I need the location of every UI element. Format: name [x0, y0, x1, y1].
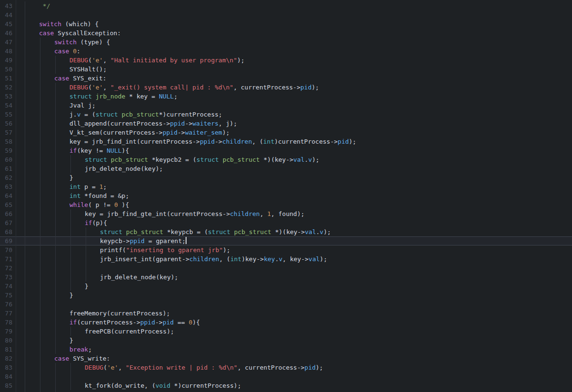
code-line[interactable]: 58key = jrb_find_int(currentProcess->ppi… [0, 137, 572, 146]
line-number[interactable]: 69 [0, 236, 12, 245]
line-number[interactable]: 46 [0, 29, 12, 38]
code-line[interactable]: 71jrb_insert_int(gparent->children, (int… [0, 255, 572, 264]
code-line[interactable]: 81break; [0, 345, 572, 354]
code-line[interactable]: 47switch (type) { [0, 38, 572, 47]
line-number[interactable]: 75 [0, 291, 12, 300]
code-line[interactable]: 59if(key != NULL){ [0, 146, 572, 155]
line-number[interactable]: 44 [0, 10, 12, 20]
code-line[interactable]: 43 */ [0, 1, 572, 10]
line-number[interactable]: 56 [0, 119, 12, 128]
line-number[interactable]: 63 [0, 182, 12, 191]
line-number[interactable]: 71 [0, 255, 12, 264]
code-line[interactable]: 67if(p){ [0, 218, 572, 227]
code-line[interactable]: 73jrb_delete_node(key); [0, 273, 572, 282]
code-line[interactable]: 65while( p != 0 ){ [0, 200, 572, 209]
line-number[interactable]: 45 [0, 20, 12, 29]
code-line[interactable]: 85kt_fork(do_write, (void *)currentProce… [0, 381, 572, 390]
code-line[interactable]: 79freePCB(currentProcess); [0, 327, 572, 336]
line-number[interactable]: 58 [0, 137, 12, 146]
code-editor[interactable]: 43 */4445switch (which) {46case SyscallE… [0, 0, 572, 392]
indent-guide [25, 390, 25, 392]
line-number[interactable]: 57 [0, 128, 12, 137]
indent-guide [25, 336, 25, 345]
line-number[interactable]: 60 [0, 155, 12, 164]
code-line[interactable]: 77freeMemory(currentProcess); [0, 309, 572, 318]
line-number[interactable]: 72 [0, 264, 12, 273]
code-line[interactable]: 84 [0, 372, 572, 381]
code-line[interactable]: 48case 0: [0, 47, 572, 56]
code-line[interactable]: 45switch (which) { [0, 20, 572, 29]
code-line[interactable]: 57V_kt_sem(currentProcess->ppid->waiter_… [0, 128, 572, 137]
code-line[interactable]: 74} [0, 282, 572, 291]
line-number[interactable]: 78 [0, 318, 12, 327]
code-line[interactable]: 66key = jrb_find_gte_int(currentProcess-… [0, 209, 572, 218]
indent-guide [25, 10, 25, 20]
code-line[interactable]: 72 [0, 264, 572, 273]
line-number[interactable]: 86 [0, 390, 12, 392]
code-line[interactable]: 86break; [0, 390, 572, 392]
code-line[interactable]: 78if(currentProcess->ppid->pid == 0){ [0, 318, 572, 327]
code-line[interactable]: 60struct pcb_struct *keypcb2 = (struct p… [0, 155, 572, 164]
code-text: break; [69, 345, 92, 354]
line-number[interactable]: 48 [0, 47, 12, 56]
token-d: keypcb-> [100, 237, 130, 245]
line-number[interactable]: 73 [0, 273, 12, 282]
code-line[interactable]: 64int *found = &p; [0, 191, 572, 200]
line-number[interactable]: 70 [0, 245, 12, 255]
line-number[interactable]: 51 [0, 74, 12, 83]
line-number[interactable]: 85 [0, 381, 12, 390]
line-number[interactable]: 59 [0, 146, 12, 155]
code-line[interactable]: 46case SyscallException: [0, 29, 572, 38]
line-number[interactable]: 76 [0, 300, 12, 309]
indent-guide [40, 38, 40, 47]
token-p: NULL [159, 93, 174, 100]
code-line[interactable]: 56dll_append(currentProcess->ppid->waite… [0, 119, 572, 128]
code-line[interactable]: 51case SYS_exit: [0, 74, 572, 83]
line-number[interactable]: 80 [0, 336, 12, 345]
line-number[interactable]: 49 [0, 56, 12, 65]
code-line-current[interactable]: 69keypcb->ppid = gparent; [0, 236, 572, 245]
code-line[interactable]: 63int p = 1; [0, 182, 572, 191]
line-number[interactable]: 43 [0, 1, 12, 10]
line-number[interactable]: 82 [0, 354, 12, 363]
line-number[interactable]: 84 [0, 372, 12, 381]
code-line[interactable]: 75} [0, 291, 572, 300]
token-g: pcb_struct [234, 228, 271, 235]
line-number[interactable]: 81 [0, 345, 12, 354]
line-number[interactable]: 79 [0, 327, 12, 336]
code-line[interactable]: 53struct jrb_node * key = NULL; [0, 92, 572, 101]
indent-guide [70, 363, 71, 372]
code-line[interactable]: 52DEBUG('e', "_exit() system call| pid :… [0, 83, 572, 92]
line-number[interactable]: 53 [0, 92, 12, 101]
code-line[interactable]: 80} [0, 336, 572, 345]
line-number[interactable]: 61 [0, 164, 12, 173]
line-number[interactable]: 66 [0, 209, 12, 218]
line-number[interactable]: 47 [0, 38, 12, 47]
code-line[interactable]: 44 [0, 10, 572, 20]
line-number[interactable]: 68 [0, 227, 12, 236]
code-line[interactable]: 68struct pcb_struct *keypcb = (struct pc… [0, 227, 572, 236]
line-number[interactable]: 77 [0, 309, 12, 318]
code-line[interactable]: 54Jval j; [0, 101, 572, 110]
indent-guide [55, 372, 56, 381]
line-number[interactable]: 55 [0, 110, 12, 119]
code-line[interactable]: 61jrb_delete_node(key); [0, 164, 572, 173]
line-number[interactable]: 52 [0, 83, 12, 92]
line-number[interactable]: 65 [0, 200, 12, 209]
line-number[interactable]: 67 [0, 218, 12, 227]
line-number[interactable]: 62 [0, 173, 12, 182]
code-line[interactable]: 70printf("inserting to gparent jrb"); [0, 245, 572, 255]
code-line[interactable]: 55j.v = (struct pcb_struct*)currentProce… [0, 110, 572, 119]
code-line[interactable]: 76 [0, 300, 572, 309]
line-number[interactable]: 83 [0, 363, 12, 372]
code-area[interactable]: 43 */4445switch (which) {46case SyscallE… [0, 0, 572, 392]
code-line[interactable]: 49DEBUG('e', "Halt initiated by user pro… [0, 56, 572, 65]
line-number[interactable]: 54 [0, 101, 12, 110]
code-line[interactable]: 82case SYS_write: [0, 354, 572, 363]
line-number[interactable]: 74 [0, 282, 12, 291]
line-number[interactable]: 64 [0, 191, 12, 200]
line-number[interactable]: 50 [0, 65, 12, 74]
code-line[interactable]: 62} [0, 173, 572, 182]
code-line[interactable]: 83DEBUG('e', "Exception write | pid : %d… [0, 363, 572, 372]
code-line[interactable]: 50SYSHalt(); [0, 65, 572, 74]
